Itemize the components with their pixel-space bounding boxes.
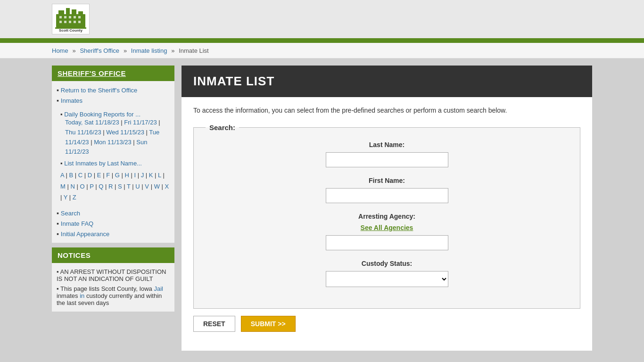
notice-1-text: AN ARREST WITHOUT DISPOSITION IS NOT AN …: [57, 268, 166, 282]
arresting-agency-group: Arresting Agency: See All Agencies: [206, 213, 568, 250]
scott-county-logo: Scott County: [54, 6, 88, 33]
notices-title-text: Notices: [58, 251, 91, 259]
daily-booking-label: ▪: [60, 111, 64, 118]
first-name-label: First Name:: [206, 177, 568, 184]
search-legend: Search:: [206, 123, 239, 132]
submit-button[interactable]: SUBMIT >>: [241, 316, 296, 332]
sidebar-faq-item: Inmate FAQ: [52, 218, 174, 229]
sidebar-inmates-link[interactable]: Inmates: [61, 97, 83, 104]
alpha-link-f[interactable]: F: [106, 172, 110, 179]
svg-rect-4: [78, 11, 83, 15]
list-by-lastname-link[interactable]: List Inmates by Last Name...: [64, 160, 142, 167]
alpha-link-o[interactable]: O: [80, 183, 84, 190]
alpha-link-t[interactable]: T: [127, 183, 131, 190]
daily-booking-link[interactable]: Daily Booking Reports for ...: [64, 111, 140, 118]
header: Scott County: [0, 0, 644, 40]
alpha-link-b[interactable]: B: [69, 172, 74, 179]
alpha-link-q[interactable]: Q: [99, 183, 103, 190]
sidebar-extra-links: Search Inmate FAQ Initial Appearance: [52, 204, 174, 243]
sidebar-section-notices: Notices AN ARREST WITHOUT DISPOSITION IS…: [52, 247, 174, 312]
date-wed[interactable]: Wed 11/15/23: [106, 129, 144, 136]
notices-list: AN ARREST WITHOUT DISPOSITION IS NOT AN …: [52, 263, 174, 312]
alpha-link-u[interactable]: U: [135, 183, 140, 190]
daily-booking-section: ▪ Daily Booking Reports for ... Today, S…: [52, 109, 174, 158]
content-body: To access the information, you can selec…: [182, 97, 592, 344]
intro-text: To access the information, you can selec…: [193, 107, 580, 114]
svg-rect-10: [59, 21, 62, 23]
arresting-agency-input[interactable]: [326, 235, 448, 250]
last-name-input[interactable]: [326, 152, 448, 167]
arresting-agency-label: Arresting Agency:: [206, 213, 568, 220]
page-title-bar: Inmate List: [182, 66, 592, 97]
sidebar-faq-link[interactable]: Inmate FAQ: [61, 220, 93, 227]
alpha-link-c[interactable]: C: [78, 172, 83, 179]
svg-rect-7: [69, 16, 71, 18]
see-all-agencies-link[interactable]: See All Agencies: [206, 224, 568, 231]
alpha-link-y[interactable]: Y: [64, 194, 67, 201]
alpha-link-m[interactable]: M: [60, 183, 66, 190]
alpha-link-z[interactable]: Z: [73, 194, 76, 201]
first-name-input[interactable]: [326, 188, 448, 203]
svg-rect-2: [66, 8, 70, 15]
alpha-link-n[interactable]: N: [70, 183, 74, 190]
reset-button[interactable]: RESET: [193, 316, 235, 332]
svg-rect-5: [59, 16, 62, 18]
date-today[interactable]: Today, Sat 11/18/23: [65, 119, 119, 126]
custody-status-select[interactable]: In Custody Released: [326, 271, 448, 287]
breadcrumb-inmate-listing[interactable]: Inmate listing: [131, 47, 167, 54]
sidebar-initial-appearance-item: Initial Appearance: [52, 229, 174, 239]
alpha-link-i[interactable]: I: [134, 172, 136, 179]
alpha-link-d[interactable]: D: [88, 172, 92, 179]
notice-2-text: This page lists Scott County, Iowa Jail …: [57, 285, 163, 306]
custody-status-group: Custody Status: In Custody Released: [206, 260, 568, 287]
alpha-link-r[interactable]: R: [108, 183, 113, 190]
last-name-group: Last Name:: [206, 141, 568, 167]
date-mon[interactable]: Mon 11/13/23: [94, 139, 132, 146]
svg-rect-6: [64, 16, 66, 18]
logo-area: Scott County: [52, 4, 90, 34]
alpha-link-g[interactable]: G: [115, 172, 120, 179]
alpha-link-h[interactable]: H: [124, 172, 129, 179]
sidebar-sheriffs-title-link[interactable]: Sheriff's Office: [58, 69, 126, 77]
sidebar-search-link[interactable]: Search: [61, 210, 80, 217]
breadcrumb-sheriffs-office[interactable]: Sheriff's Office: [80, 47, 119, 54]
sidebar-section-sheriffs: Sheriff's Office Return to the Sheriff's…: [52, 66, 174, 243]
notice-jail-highlight: Jail: [154, 285, 163, 292]
daily-dates: Today, Sat 11/18/23 | Fri 11/17/23 | Thu…: [60, 118, 170, 157]
alphabet-section: A | B | C | D | E | F | G | H | I | J | …: [52, 168, 174, 204]
sidebar-search-item: Search: [52, 208, 174, 218]
sidebar-title-sheriffs: Sheriff's Office: [52, 66, 174, 81]
alpha-link-j[interactable]: J: [141, 172, 144, 179]
date-fri[interactable]: Fri 11/17/23: [124, 119, 157, 126]
sidebar-nav-list: Return to the Sheriff's Office Inmates: [52, 81, 174, 109]
date-thu[interactable]: Thu 11/16/23: [65, 129, 101, 136]
content-area: Inmate List To access the information, y…: [182, 66, 592, 351]
custody-status-label: Custody Status:: [206, 260, 568, 267]
alpha-link-s[interactable]: S: [118, 183, 122, 190]
page-title: Inmate List: [193, 74, 580, 89]
alpha-link-k[interactable]: K: [149, 172, 153, 179]
sidebar-item-inmates: Inmates: [52, 95, 174, 106]
notice-in-highlight: in: [80, 292, 84, 299]
sidebar-return-link[interactable]: Return to the Sheriff's Office: [61, 87, 137, 94]
main-wrapper: Sheriff's Office Return to the Sheriff's…: [0, 58, 644, 362]
alpha-link-e[interactable]: E: [97, 172, 101, 179]
notice-item-1: AN ARREST WITHOUT DISPOSITION IS NOT AN …: [57, 267, 170, 284]
svg-rect-11: [64, 21, 66, 23]
alpha-link-l[interactable]: L: [158, 172, 161, 179]
first-name-group: First Name:: [206, 177, 568, 203]
svg-text:Scott County: Scott County: [59, 28, 83, 33]
svg-rect-12: [69, 21, 71, 23]
alpha-link-a[interactable]: A: [60, 172, 64, 179]
breadcrumb-home[interactable]: Home: [52, 47, 68, 54]
alpha-link-w[interactable]: W: [154, 183, 160, 190]
svg-rect-3: [72, 9, 76, 15]
breadcrumb-current: Inmate List: [179, 47, 209, 54]
sidebar-initial-appearance-link[interactable]: Initial Appearance: [61, 230, 109, 238]
sidebar-title-notices: Notices: [52, 247, 174, 263]
alpha-link-x[interactable]: X: [165, 183, 169, 190]
alpha-link-p[interactable]: P: [90, 183, 93, 190]
alpha-link-v[interactable]: V: [145, 183, 149, 190]
last-name-label: Last Name:: [206, 141, 568, 148]
sidebar: Sheriff's Office Return to the Sheriff's…: [52, 66, 174, 351]
